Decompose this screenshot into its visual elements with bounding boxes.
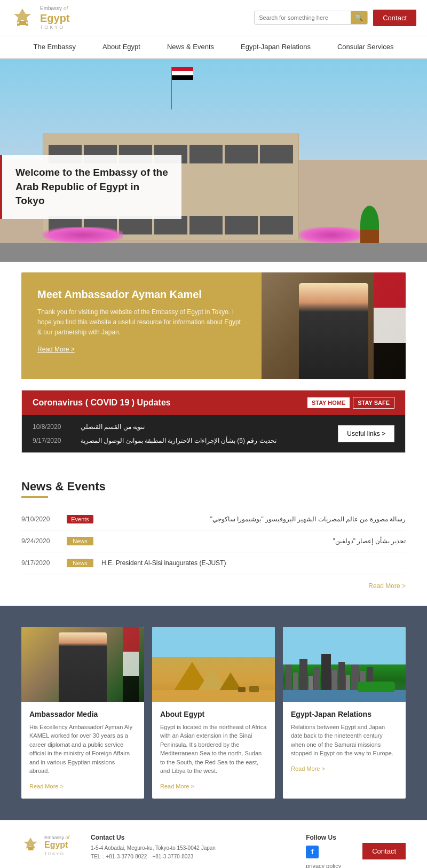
header-contact-button[interactable]: Contact: [373, 10, 416, 26]
navigation: The Embassy About Egypt News & Events Eg…: [0, 36, 427, 59]
footer-follow: Follow Us f privacy policy: [306, 834, 341, 868]
card-ambassador-read-more[interactable]: Read More >: [29, 783, 64, 789]
facebook-icon[interactable]: f: [306, 846, 319, 858]
card-japan-title: Egypt-Japan Relations: [291, 710, 398, 718]
stay-safe-badge: STAY SAFE: [353, 397, 394, 409]
covid-section: Coronavirus ( COVID 19 ) Updates STAY HO…: [21, 390, 406, 453]
news-read-more-link[interactable]: Read More >: [21, 582, 406, 590]
ambassador-photo: [262, 272, 406, 379]
news-item-3: 9/17/2020 News H.E. President Al-Sisi in…: [21, 552, 406, 574]
logo-embassy-label: Embassy of: [40, 5, 70, 12]
eagle-emblem-icon: [11, 6, 35, 30]
logo: Embassy of Egypt TOKYO: [11, 5, 70, 30]
news-text-3: H.E. President Al-Sisi inaugurates (E-JU…: [101, 559, 406, 567]
covid-badges: STAY HOME STAY SAFE: [307, 397, 394, 409]
card-japan-body: Egypt-Japan Relations Relations between …: [283, 702, 406, 781]
covid-item-1: 10/8/2020 تنويه من القسم القنصلي: [33, 423, 338, 431]
card-image-ambassador: [21, 627, 144, 702]
search-input[interactable]: [255, 12, 351, 24]
footer-contact: Contact Us 1-5-4 Aobadai, Meguro-ku, Tok…: [91, 834, 284, 861]
covid-title: Coronavirus ( COVID 19 ) Updates: [33, 398, 171, 408]
card-image-egypt: [152, 627, 275, 702]
cards-section: Ambassador Media His Excellency Ambassad…: [0, 606, 427, 820]
covid-text-1: تنويه من القسم القنصلي: [81, 423, 145, 431]
news-badge-2: News: [67, 537, 93, 545]
nav-about-egypt[interactable]: About Egypt: [89, 36, 154, 58]
ambassador-heading: Meet Ambassador Ayman Kamel: [37, 288, 246, 301]
hero-title: Welcome to the Embassy of the Arab Repub…: [15, 166, 168, 208]
news-date-2: 9/24/2020: [21, 537, 59, 545]
news-section: News & Events 9/10/2020 Events رسالة مصو…: [0, 464, 427, 606]
header-right: 🔍 Contact: [254, 10, 416, 26]
search-area: 🔍: [254, 11, 368, 25]
card-image-city: [283, 627, 406, 702]
stay-home-badge: STAY HOME: [307, 397, 350, 409]
hero-section: Welcome to the Embassy of the Arab Repub…: [0, 59, 427, 262]
svg-marker-5: [24, 838, 37, 849]
news-badge-3: News: [67, 559, 93, 567]
card-egypt-text: Egypt is located in the northeast of Afr…: [160, 723, 267, 776]
flowers-left: [43, 227, 123, 243]
covid-text-2: تحديث رقم (5) بشأن الإجراءات الاحترازية …: [81, 437, 276, 444]
news-underline-decoration: [21, 496, 48, 498]
news-date-3: 9/17/2020: [21, 559, 59, 567]
ambassador-text-block: Meet Ambassador Ayman Kamel Thank you fo…: [21, 272, 262, 379]
ambassador-portrait: [299, 283, 368, 379]
flowers-right: [299, 227, 363, 243]
card-japan-read-more[interactable]: Read More >: [291, 765, 325, 772]
card-egypt-japan: Egypt-Japan Relations Relations between …: [283, 627, 406, 799]
footer-tel: TEL：+81-3-3770-8022 +81-3-3770-8023: [91, 853, 284, 861]
footer: Embassy of Egypt TOKYO Contact Us 1-5-4 …: [0, 820, 427, 868]
card-ambassador-body: Ambassador Media His Excellency Ambassad…: [21, 702, 144, 799]
useful-links-button[interactable]: Useful links >: [338, 425, 394, 442]
footer-main: Embassy of Egypt TOKYO Contact Us 1-5-4 …: [0, 820, 427, 868]
ambassador-flag-bg: [374, 272, 406, 379]
privacy-policy-link[interactable]: privacy policy: [306, 863, 341, 868]
card-ambassador-text: His Excellency Ambassador/ Ayman Aly KAM…: [29, 723, 136, 776]
card-egypt-body: About Egypt Egypt is located in the nort…: [152, 702, 275, 799]
footer-logo: Embassy of Egypt TOKYO: [21, 834, 69, 856]
svg-rect-4: [26, 24, 28, 26]
tree: [360, 206, 379, 243]
footer-follow-label: Follow Us: [306, 834, 341, 841]
ambassador-read-more-link[interactable]: Read More >: [37, 346, 246, 353]
card-ambassador-title: Ambassador Media: [29, 710, 136, 718]
nav-the-embassy[interactable]: The Embassy: [20, 36, 89, 58]
covid-date-2: 9/17/2020: [33, 437, 70, 444]
news-text-2: تحذير بشأن إعصار "دولفين": [101, 537, 406, 545]
svg-rect-6: [28, 847, 33, 850]
covid-body: 10/8/2020 تنويه من القسم القنصلي 9/17/20…: [22, 415, 405, 452]
news-heading: News & Events: [21, 480, 406, 494]
search-button[interactable]: 🔍: [351, 11, 367, 24]
news-text-1: رسالة مصورة من عالم المصريات الشهير البر…: [101, 515, 406, 523]
logo-text: Embassy of Egypt TOKYO: [40, 5, 70, 30]
covid-date-1: 10/8/2020: [33, 423, 70, 431]
ambassador-section: Meet Ambassador Ayman Kamel Thank you fo…: [21, 272, 406, 379]
covid-header: Coronavirus ( COVID 19 ) Updates STAY HO…: [22, 390, 405, 415]
hero-overlay: Welcome to the Embassy of the Arab Repub…: [0, 155, 181, 219]
nav-egypt-japan[interactable]: Egypt-Japan Relations: [227, 36, 324, 58]
header: Embassy of Egypt TOKYO 🔍 Contact: [0, 0, 427, 36]
logo-tokyo-label: TOKYO: [40, 25, 70, 30]
card-ambassador-media: Ambassador Media His Excellency Ambassad…: [21, 627, 144, 799]
ambassador-body: Thank you for visiting the website of th…: [37, 307, 246, 338]
footer-logo-text: Embassy of Egypt TOKYO: [44, 834, 69, 856]
card-egypt-read-more[interactable]: Read More >: [160, 783, 194, 789]
footer-address: 1-5-4 Aobadai, Meguro-ku, Tokyo-to 153-0…: [91, 844, 284, 853]
nav-consular[interactable]: Consular Services: [324, 36, 407, 58]
footer-contact-button[interactable]: Contact: [362, 843, 406, 859]
cards-grid: Ambassador Media His Excellency Ambassad…: [21, 627, 406, 799]
covid-items: 10/8/2020 تنويه من القسم القنصلي 9/17/20…: [33, 423, 338, 444]
nav-news-events[interactable]: News & Events: [154, 36, 227, 58]
covid-item-2: 9/17/2020 تحديث رقم (5) بشأن الإجراءات ا…: [33, 437, 338, 444]
news-badge-1: Events: [67, 515, 93, 523]
news-item-1: 9/10/2020 Events رسالة مصورة من عالم الم…: [21, 509, 406, 530]
flag-icon: [172, 67, 193, 80]
svg-rect-2: [19, 21, 26, 25]
footer-contact-us-label: Contact Us: [91, 834, 284, 841]
footer-eagle-icon: [21, 835, 40, 854]
card-japan-text: Relations between Egypt and Japan date b…: [291, 723, 398, 758]
news-item-2: 9/24/2020 News تحذير بشأن إعصار "دولفين": [21, 530, 406, 552]
svg-rect-3: [17, 24, 20, 26]
logo-egypt-label: Egypt: [40, 12, 70, 25]
